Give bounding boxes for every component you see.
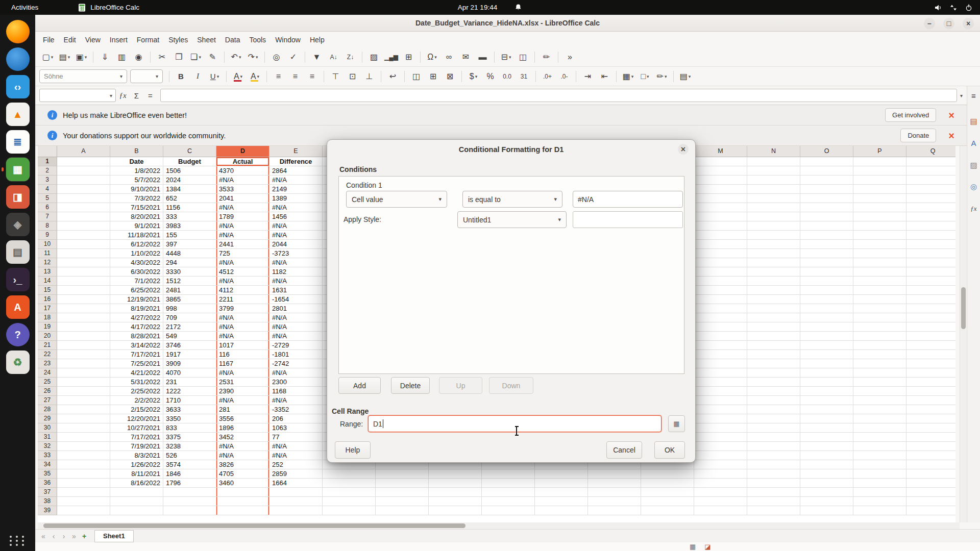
cell-E27[interactable]: #N/A: [270, 396, 323, 405]
cell-P21[interactable]: [853, 341, 906, 350]
increase-indent-icon[interactable]: ⇥: [579, 69, 596, 84]
cell-N4[interactable]: [747, 185, 800, 194]
cell-Q6[interactable]: [906, 203, 955, 212]
cell-Q39[interactable]: [906, 506, 955, 515]
cell-M24[interactable]: [694, 368, 747, 378]
thunderbird-icon[interactable]: [6, 47, 30, 71]
cell-D16[interactable]: 2211: [216, 295, 270, 304]
cell-E18[interactable]: #N/A: [270, 313, 323, 322]
cell-A20[interactable]: [57, 332, 110, 341]
previous-sheet-icon[interactable]: ‹: [48, 532, 59, 540]
move-up-button[interactable]: Up: [439, 377, 482, 394]
cell-B32[interactable]: 7/19/2021: [110, 442, 163, 451]
cell-F35[interactable]: [323, 469, 376, 479]
cell-D1[interactable]: Actual: [216, 157, 270, 166]
first-sheet-icon[interactable]: «: [38, 532, 48, 540]
row-header-2[interactable]: 2: [38, 166, 57, 176]
row-header-21[interactable]: 21: [38, 341, 57, 350]
cell-O25[interactable]: [800, 378, 853, 387]
row-header-29[interactable]: 29: [38, 414, 57, 423]
system-status-area[interactable]: [934, 4, 973, 12]
row-header-27[interactable]: 27: [38, 396, 57, 405]
cell-N15[interactable]: [747, 286, 800, 295]
cell-N24[interactable]: [747, 368, 800, 378]
insert-chart-icon[interactable]: ▁▄▆: [382, 50, 400, 64]
cell-C33[interactable]: 526: [163, 451, 216, 460]
cell-G38[interactable]: [376, 497, 429, 506]
copy-icon[interactable]: ❐: [170, 50, 187, 64]
cell-N23[interactable]: [747, 359, 800, 368]
cut-icon[interactable]: ✂: [154, 50, 170, 64]
cell-Q23[interactable]: [906, 359, 955, 368]
menu-tools[interactable]: Tools: [244, 34, 271, 46]
cell-N11[interactable]: [747, 249, 800, 258]
new-icon[interactable]: ▢▾: [39, 50, 56, 64]
cell-D26[interactable]: 2390: [216, 387, 270, 396]
cell-M25[interactable]: [694, 378, 747, 387]
cell-N36[interactable]: [747, 479, 800, 488]
cell-N28[interactable]: [747, 405, 800, 414]
cell-O31[interactable]: [800, 433, 853, 442]
properties-deck-icon[interactable]: ▤: [967, 117, 980, 126]
cell-O6[interactable]: [800, 203, 853, 212]
cell-L35[interactable]: [641, 469, 694, 479]
cell-L39[interactable]: [641, 506, 694, 515]
show-applications-icon[interactable]: [10, 536, 26, 546]
row-header-32[interactable]: 32: [38, 442, 57, 451]
firefox-icon[interactable]: [6, 20, 30, 43]
sum-icon[interactable]: Σ: [130, 89, 143, 102]
cell-C30[interactable]: 833: [163, 423, 216, 433]
cell-D20[interactable]: #N/A: [216, 332, 270, 341]
cell-D22[interactable]: 116: [216, 350, 270, 359]
align-left-icon[interactable]: ≡: [270, 69, 287, 84]
cell-C14[interactable]: 1512: [163, 277, 216, 286]
cell-M37[interactable]: [694, 488, 747, 497]
row-header-37[interactable]: 37: [38, 488, 57, 497]
cell-N35[interactable]: [747, 469, 800, 479]
spelling-icon[interactable]: ✓: [285, 50, 302, 64]
condition-operator-dropdown[interactable]: is equal to ▾: [462, 191, 562, 208]
cell-B9[interactable]: 11/18/2021: [110, 231, 163, 240]
cell-N12[interactable]: [747, 258, 800, 267]
cell-C38[interactable]: [163, 497, 216, 506]
cell-G35[interactable]: [376, 469, 429, 479]
cell-A31[interactable]: [57, 433, 110, 442]
wrap-text-icon[interactable]: ↩: [384, 69, 401, 84]
cell-P11[interactable]: [853, 249, 906, 258]
cell-Q37[interactable]: [906, 488, 955, 497]
redo-icon[interactable]: ↷▾: [244, 50, 261, 64]
column-header-Q[interactable]: Q: [906, 146, 955, 157]
column-header-C[interactable]: C: [163, 146, 216, 157]
styles-deck-icon[interactable]: A: [967, 139, 980, 148]
cell-O5[interactable]: [800, 194, 853, 203]
row-header-6[interactable]: 6: [38, 203, 57, 212]
cell-C36[interactable]: 1796: [163, 479, 216, 488]
vertical-scrollbar-thumb[interactable]: [961, 287, 966, 329]
cell-N29[interactable]: [747, 414, 800, 423]
cell-M23[interactable]: [694, 359, 747, 368]
cell-C21[interactable]: 3746: [163, 341, 216, 350]
highlight-color-icon[interactable]: A▾: [247, 69, 263, 84]
row-header-36[interactable]: 36: [38, 479, 57, 488]
row-header-30[interactable]: 30: [38, 423, 57, 433]
cell-O32[interactable]: [800, 442, 853, 451]
cell-B25[interactable]: 5/31/2022: [110, 378, 163, 387]
menu-edit[interactable]: Edit: [59, 34, 81, 46]
toolbar-overflow-icon[interactable]: »: [561, 50, 578, 64]
cell-F39[interactable]: [323, 506, 376, 515]
cell-B11[interactable]: 1/10/2022: [110, 249, 163, 258]
cell-C37[interactable]: [163, 488, 216, 497]
cell-P32[interactable]: [853, 442, 906, 451]
cell-N30[interactable]: [747, 423, 800, 433]
row-header-17[interactable]: 17: [38, 304, 57, 313]
cell-G39[interactable]: [376, 506, 429, 515]
merge-and-center-icon[interactable]: ◫: [408, 69, 425, 84]
cell-D8[interactable]: #N/A: [216, 221, 270, 231]
cell-C22[interactable]: 1917: [163, 350, 216, 359]
cell-D39[interactable]: [216, 506, 270, 515]
cell-B16[interactable]: 12/19/2021: [110, 295, 163, 304]
cell-Q22[interactable]: [906, 350, 955, 359]
cell-E36[interactable]: 1664: [270, 479, 323, 488]
last-sheet-icon[interactable]: »: [69, 532, 79, 540]
cell-D38[interactable]: [216, 497, 270, 506]
